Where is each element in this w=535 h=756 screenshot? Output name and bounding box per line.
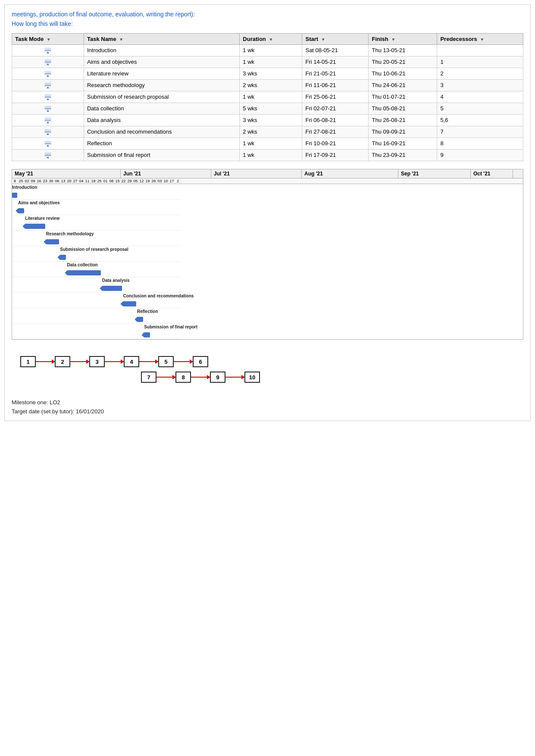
how-long-text: How long this will take: [12,20,523,27]
milestone-text: Milestone one: LO2 [12,399,523,406]
gantt-task-label: Literature review [25,216,59,221]
task-name-cell: Research methodology [84,80,239,91]
network-node: 8 [175,372,191,383]
task-finish-cell: Thu 24-06-21 [369,80,437,91]
gantt-day-number: 20 [66,178,72,184]
task-name-cell: Data analysis [84,115,239,126]
task-predecessors-cell: 3 [437,80,523,91]
gantt-month-label: Jul '21 [211,169,302,178]
task-table: Task Mode ▼ Task Name ▼ Duration ▼ Start… [12,33,523,161]
gantt-month-label: Sep '21 [398,169,471,178]
target-date-text: Target date (set by tutor): 16/01/2020 [12,408,523,415]
svg-rect-6 [45,71,51,75]
gantt-day-number: 09 [30,178,36,184]
network-arrow [36,361,55,362]
gantt-task-row: Reflection [12,308,181,324]
gantt-task-label: Research methodology [46,231,94,236]
task-mode-cell [12,115,84,126]
gantt-day-number: 25 [18,178,24,184]
col-header-name[interactable]: Task Name ▼ [84,34,239,45]
gantt-task-row: Submission of final report [12,324,181,339]
network-node: 1 [20,356,36,367]
svg-rect-3 [45,59,51,63]
task-name-cell: Data collection [84,103,239,115]
gantt-rows-area: IntroductionAims and objectivesLiteratur… [12,184,181,339]
task-mode-icon [15,47,81,54]
task-mode-cell [12,45,84,56]
task-start-cell: Sat 08-05-21 [302,45,369,56]
gantt-task-label: Conclusion and recommendations [123,294,194,298]
gantt-task-bar [67,270,101,275]
gantt-day-number: 16 [36,178,42,184]
gantt-day-number: 2 [175,178,181,184]
svg-marker-23 [47,133,49,135]
svg-marker-20 [47,122,49,123]
gantt-task-row: Aims and objectives [12,200,181,215]
svg-marker-8 [47,75,49,77]
table-row: Submission of final report1 wkFri 17-09-… [12,150,523,161]
gantt-day-number: 08 [109,178,115,184]
col-header-finish[interactable]: Finish ▼ [369,34,437,45]
gantt-day-number: 29 [127,178,133,184]
task-name-cell: Literature review [84,68,239,80]
network-diagram: 123456 78910 [12,347,523,391]
task-duration-cell: 1 wk [240,150,302,161]
col-header-mode[interactable]: Task Mode ▼ [12,34,84,45]
network-node: 9 [210,372,225,383]
task-duration-cell: 1 wk [240,138,302,150]
task-finish-cell: Thu 23-09-21 [369,150,437,161]
task-finish-cell: Thu 26-08-21 [369,115,437,126]
task-start-cell: Fri 11-06-21 [302,80,369,91]
gantt-day-number: 17 [169,178,175,184]
network-node: 2 [55,356,70,367]
gantt-task-row: Research methodology [12,231,181,246]
col-header-duration[interactable]: Duration ▼ [240,34,302,45]
table-row: Conclusion and recommendations2 wksFri 2… [12,126,523,138]
table-row: Data analysis3 wksFri 06-08-21Thu 26-08-… [12,115,523,126]
svg-rect-0 [45,48,51,52]
gantt-task-bar [102,286,122,291]
network-arrow [70,361,89,362]
task-mode-icon [15,140,81,147]
task-start-cell: Fri 10-09-21 [302,138,369,150]
gantt-day-number: 8 [12,178,18,184]
task-duration-cell: 3 wks [240,115,302,126]
task-predecessors-cell: 9 [437,150,523,161]
task-mode-icon [15,70,81,77]
svg-rect-12 [45,94,51,98]
gantt-task-label: Introduction [12,185,37,190]
table-row: Reflection1 wkFri 10-09-21Thu 16-09-218 [12,138,523,150]
gantt-day-number: 15 [115,178,121,184]
task-finish-cell: Thu 01-07-21 [369,91,437,103]
task-mode-cell [12,56,84,68]
task-mode-cell [12,150,84,161]
task-duration-cell: 5 wks [240,103,302,115]
gantt-month-label: May '21 [12,169,121,178]
gantt-day-number: 03 [157,178,163,184]
main-container: meetings, production of final outcome, e… [4,4,531,421]
task-predecessors-cell: 8 [437,138,523,150]
network-node: 6 [193,356,208,367]
gantt-day-number: 02 [24,178,30,184]
task-mode-icon [15,117,81,124]
network-node: 7 [141,372,156,383]
gantt-day-number: 23 [42,178,48,184]
task-predecessors-cell: 4 [437,91,523,103]
col-header-predecessors[interactable]: Predecessors ▼ [437,34,523,45]
network-arrow [191,377,210,378]
task-finish-cell: Thu 16-09-21 [369,138,437,150]
gantt-task-row: Data analysis [12,277,181,293]
task-start-cell: Fri 25-06-21 [302,91,369,103]
gantt-task-label: Submission of research proposal [60,247,128,252]
network-arrow [225,377,244,378]
task-name-cell: Aims and objectives [84,56,239,68]
svg-marker-14 [47,98,49,100]
gantt-task-label: Data collection [67,262,98,267]
task-predecessors-cell [437,45,523,56]
gantt-task-label: Aims and objectives [18,200,60,205]
task-mode-icon [15,152,81,159]
network-arrow [105,361,124,362]
col-header-start[interactable]: Start ▼ [302,34,369,45]
svg-rect-9 [45,83,51,87]
intro-text: meetings, production of final outcome, e… [12,11,523,18]
